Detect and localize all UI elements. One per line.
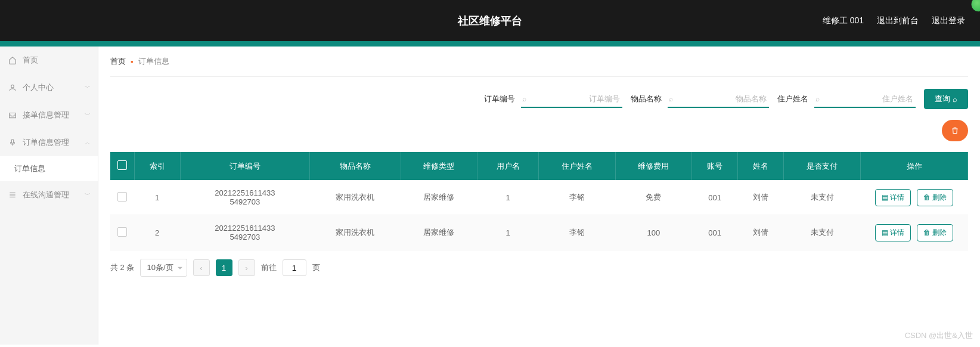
col-index: 索引: [134, 152, 180, 180]
filter-label: 住户姓名: [777, 94, 808, 104]
cell-resident: 李铭: [538, 180, 615, 215]
goto-label: 前往: [261, 262, 277, 273]
cell-actions: ▤详情 🗑删除: [861, 180, 968, 215]
total-count: 共 2 条: [110, 262, 134, 273]
action-bar: [110, 115, 968, 152]
chevron-down-icon: ﹀: [85, 191, 91, 199]
resident-name-input[interactable]: [814, 91, 916, 108]
row-checkbox[interactable]: [117, 192, 127, 202]
order-table: 索引 订单编号 物品名称 维修类型 用户名 住户姓名 维修费用 账号 姓名 是否…: [110, 152, 968, 250]
filter-resident: 住户姓名 ⌕: [777, 91, 916, 108]
top-header: 社区维修平台 维修工 001 退出到前台 退出登录: [0, 0, 980, 41]
sidebar: 首页 个人中心 ﹀ 接单信息管理 ﹀ 订单信息管理 ︿ 订单信息 在线沟通管理 …: [0, 47, 98, 345]
sidebar-item-communication[interactable]: 在线沟通管理 ﹀: [0, 181, 98, 209]
col-account: 账号: [692, 152, 738, 180]
watermark: CSDN @出世&入世: [905, 330, 973, 341]
chevron-up-icon: ︿: [85, 138, 91, 147]
sidebar-subitem-label: 订单信息: [14, 164, 45, 173]
page-1-button[interactable]: 1: [216, 259, 232, 276]
home-icon: [8, 56, 18, 64]
next-page-button[interactable]: ›: [238, 259, 255, 276]
trash-icon: 🗑: [923, 193, 931, 202]
main-content: 首页 ▪ 订单信息 订单编号 ⌕ 物品名称 ⌕ 住户姓名: [98, 47, 980, 345]
sidebar-item-home[interactable]: 首页: [0, 47, 98, 74]
page-size-select[interactable]: 10条/页: [140, 259, 187, 277]
sidebar-subitem-order-info[interactable]: 订单信息: [0, 156, 98, 181]
query-button-label: 查询: [935, 94, 950, 104]
order-no-input[interactable]: [521, 91, 622, 108]
col-fee: 维修费用: [615, 152, 692, 180]
cell-type: 居家维修: [401, 180, 477, 215]
filter-bar: 订单编号 ⌕ 物品名称 ⌕ 住户姓名 ⌕: [110, 77, 968, 115]
delete-button[interactable]: 🗑删除: [917, 189, 953, 206]
pagination: 共 2 条 10条/页 ‹ 1 › 前往 页: [110, 250, 968, 285]
cell-account: 001: [692, 215, 738, 250]
trash-icon: 🗑: [923, 228, 931, 237]
sidebar-item-label: 个人中心: [23, 82, 54, 93]
col-username: 用户名: [477, 152, 539, 180]
sidebar-item-label: 首页: [23, 55, 38, 66]
filter-label: 订单编号: [484, 94, 515, 104]
cell-account: 001: [692, 180, 738, 215]
table-header-row: 索引 订单编号 物品名称 维修类型 用户名 住户姓名 维修费用 账号 姓名 是否…: [110, 152, 968, 180]
sidebar-item-personal[interactable]: 个人中心 ﹀: [0, 74, 98, 101]
breadcrumb-current: 订单信息: [138, 56, 169, 67]
mic-icon: [8, 138, 18, 147]
bulk-delete-button[interactable]: [942, 120, 968, 141]
col-item: 物品名称: [310, 152, 401, 180]
col-paid: 是否支付: [784, 152, 861, 180]
sidebar-item-label: 接单信息管理: [23, 110, 69, 120]
cell-order-no: 202122516114335492703: [180, 215, 310, 250]
cell-paid: 未支付: [784, 180, 861, 215]
select-all-checkbox[interactable]: [117, 160, 127, 170]
cell-index: 2: [134, 215, 180, 250]
cell-actions: ▤详情 🗑删除: [861, 215, 968, 250]
query-button[interactable]: 查询 ⌕: [924, 89, 968, 109]
svg-point-0: [11, 85, 14, 88]
cell-fee: 100: [615, 215, 692, 250]
app-title: 社区维修平台: [458, 14, 522, 28]
sidebar-item-receive[interactable]: 接单信息管理 ﹀: [0, 101, 98, 129]
cell-name: 刘倩: [738, 215, 784, 250]
search-icon: ⌕: [953, 95, 957, 104]
doc-icon: ▤: [882, 193, 888, 202]
accent-bar: [0, 41, 980, 47]
exit-to-front-link[interactable]: 退出到前台: [877, 16, 919, 26]
list-icon: [8, 191, 18, 199]
col-resident: 住户姓名: [538, 152, 615, 180]
cell-resident: 李铭: [538, 215, 615, 250]
col-name: 姓名: [738, 152, 784, 180]
cell-username: 1: [477, 215, 539, 250]
cell-order-no: 202122516114335492703: [180, 180, 310, 215]
breadcrumb-home[interactable]: 首页: [110, 56, 126, 67]
user-icon: [8, 83, 18, 92]
goto-page-input[interactable]: [283, 259, 306, 276]
cell-fee: 免费: [615, 180, 692, 215]
prev-page-button[interactable]: ‹: [193, 259, 210, 276]
sidebar-item-label: 在线沟通管理: [23, 190, 69, 200]
trash-icon: [951, 126, 959, 135]
filter-order-no: 订单编号 ⌕: [484, 91, 622, 108]
row-checkbox[interactable]: [117, 227, 127, 237]
col-actions: 操作: [861, 152, 968, 180]
item-name-input[interactable]: [668, 91, 769, 108]
cell-type: 居家维修: [401, 215, 477, 250]
detail-button[interactable]: ▤详情: [875, 189, 911, 206]
cell-username: 1: [477, 180, 539, 215]
logout-link[interactable]: 退出登录: [932, 16, 965, 26]
delete-button[interactable]: 🗑删除: [917, 224, 953, 241]
chevron-down-icon: ﹀: [85, 83, 91, 92]
filter-label: 物品名称: [631, 94, 662, 104]
col-type: 维修类型: [401, 152, 477, 180]
detail-button[interactable]: ▤详情: [875, 224, 911, 241]
table-row: 2 202122516114335492703 家用洗衣机 居家维修 1 李铭 …: [110, 215, 968, 250]
current-user[interactable]: 维修工 001: [823, 16, 864, 26]
sidebar-item-order[interactable]: 订单信息管理 ︿: [0, 129, 98, 156]
breadcrumb: 首页 ▪ 订单信息: [110, 47, 968, 77]
cell-item: 家用洗衣机: [310, 180, 401, 215]
cell-paid: 未支付: [784, 215, 861, 250]
filter-item-name: 物品名称 ⌕: [631, 91, 769, 108]
cell-item: 家用洗衣机: [310, 215, 401, 250]
page-suffix: 页: [312, 262, 320, 273]
header-right: 维修工 001 退出到前台 退出登录: [823, 16, 965, 26]
